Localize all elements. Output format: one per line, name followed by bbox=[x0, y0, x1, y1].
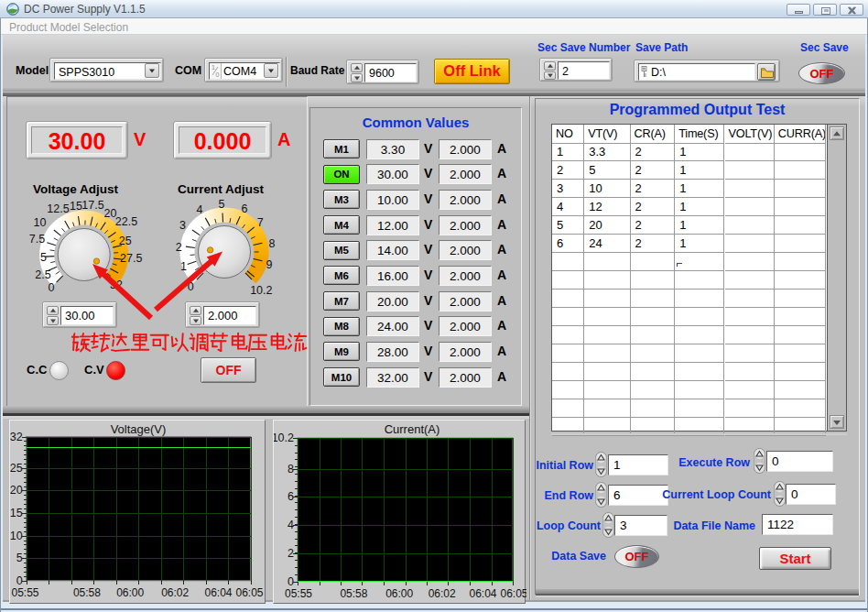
svg-text:25: 25 bbox=[10, 462, 23, 475]
svg-text:17.5: 17.5 bbox=[81, 199, 103, 212]
svg-text:8: 8 bbox=[288, 463, 294, 475]
svg-text:4: 4 bbox=[288, 519, 294, 531]
svg-text:06:05: 06:05 bbox=[500, 587, 526, 600]
svg-text:5: 5 bbox=[40, 251, 47, 264]
svg-text:Voltage(V): Voltage(V) bbox=[111, 422, 167, 436]
svg-text:05:58: 05:58 bbox=[73, 586, 101, 599]
svg-text:0: 0 bbox=[216, 71, 220, 78]
svg-text:9: 9 bbox=[266, 258, 273, 271]
svg-text:6: 6 bbox=[288, 490, 294, 503]
svg-text:06:02: 06:02 bbox=[429, 587, 456, 600]
svg-text:06:04: 06:04 bbox=[204, 586, 232, 599]
svg-text:3: 3 bbox=[179, 219, 186, 232]
svg-text:0: 0 bbox=[49, 281, 55, 294]
svg-text:15: 15 bbox=[10, 507, 23, 519]
svg-text:7.5: 7.5 bbox=[29, 233, 45, 246]
svg-text:2: 2 bbox=[176, 241, 182, 254]
svg-text:06:05: 06:05 bbox=[235, 586, 263, 599]
svg-text:10.2: 10.2 bbox=[274, 432, 294, 444]
svg-text:8: 8 bbox=[269, 237, 276, 250]
svg-text:2: 2 bbox=[288, 547, 294, 560]
svg-text:10.2: 10.2 bbox=[250, 284, 272, 297]
svg-text:0: 0 bbox=[16, 574, 23, 587]
svg-text:5: 5 bbox=[16, 552, 23, 564]
svg-text:Current(A): Current(A) bbox=[385, 422, 440, 436]
svg-text:1: 1 bbox=[212, 64, 215, 71]
svg-text:10: 10 bbox=[10, 530, 23, 542]
svg-text:05:58: 05:58 bbox=[340, 587, 367, 600]
svg-text:27.5: 27.5 bbox=[120, 252, 142, 265]
svg-text:06:00: 06:00 bbox=[385, 587, 413, 600]
svg-text:06:00: 06:00 bbox=[116, 586, 144, 599]
svg-text:5: 5 bbox=[218, 198, 224, 211]
svg-text:15: 15 bbox=[70, 200, 82, 213]
svg-text:22.5: 22.5 bbox=[115, 215, 137, 228]
svg-text:10: 10 bbox=[34, 216, 47, 229]
svg-text:05:55: 05:55 bbox=[285, 587, 312, 600]
svg-text:32: 32 bbox=[110, 279, 123, 291]
svg-text:7: 7 bbox=[257, 216, 264, 229]
svg-text:0: 0 bbox=[188, 280, 194, 293]
svg-text:4: 4 bbox=[197, 203, 203, 216]
svg-text:05:55: 05:55 bbox=[11, 586, 38, 599]
svg-text:06:04: 06:04 bbox=[469, 587, 496, 600]
svg-text:2.5: 2.5 bbox=[35, 268, 50, 281]
svg-text:25: 25 bbox=[119, 235, 132, 247]
svg-text:06:02: 06:02 bbox=[161, 586, 189, 599]
svg-text:12.5: 12.5 bbox=[47, 202, 69, 215]
svg-text:1: 1 bbox=[180, 260, 187, 273]
svg-text:20: 20 bbox=[10, 484, 23, 497]
svg-text:0: 0 bbox=[288, 575, 294, 588]
svg-text:6: 6 bbox=[241, 202, 247, 215]
svg-text:32: 32 bbox=[10, 431, 23, 443]
